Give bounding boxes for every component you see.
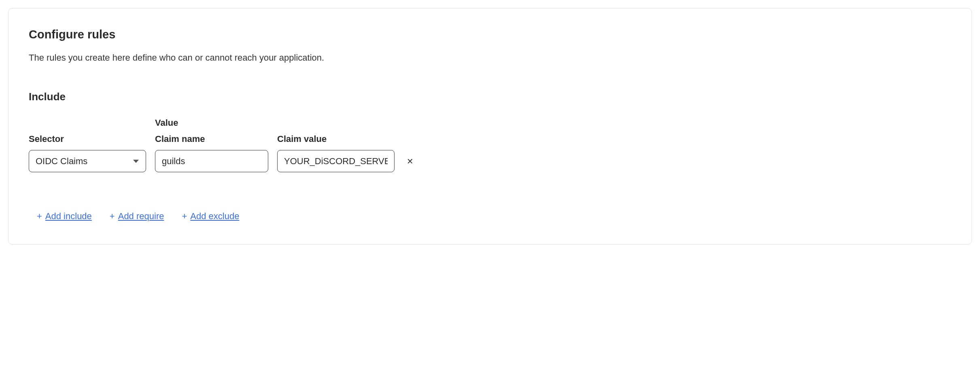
claim-name-input[interactable] xyxy=(155,150,268,172)
plus-icon: + xyxy=(182,211,187,222)
page-description: The rules you create here define who can… xyxy=(29,53,951,63)
add-include-label: Add include xyxy=(45,211,92,222)
value-fields: Claim name Claim value ✕ xyxy=(155,134,418,172)
claim-value-input[interactable] xyxy=(277,150,395,172)
delete-rule-button[interactable]: ✕ xyxy=(402,150,418,172)
claim-value-label: Claim value xyxy=(277,134,395,144)
claim-value-field-group: Claim value xyxy=(277,134,395,172)
rule-row: Selector OIDC Claims Value Claim name Cl… xyxy=(29,118,951,172)
include-section-header: Include xyxy=(29,91,951,103)
plus-icon: + xyxy=(37,211,42,222)
selector-select[interactable]: OIDC Claims xyxy=(29,150,146,172)
configure-rules-card: Configure rules The rules you create her… xyxy=(8,8,972,245)
close-icon: ✕ xyxy=(407,156,414,166)
claim-name-field-group: Claim name xyxy=(155,134,268,172)
selector-field-group: Selector OIDC Claims xyxy=(29,134,146,172)
selector-label: Selector xyxy=(29,134,146,144)
plus-icon: + xyxy=(110,211,115,222)
add-require-label: Add require xyxy=(118,211,164,222)
add-require-button[interactable]: + Add require xyxy=(110,211,164,222)
add-include-button[interactable]: + Add include xyxy=(37,211,92,222)
claim-name-label: Claim name xyxy=(155,134,268,144)
rule-actions: + Add include + Add require + Add exclud… xyxy=(37,211,951,222)
selector-select-wrapper: OIDC Claims xyxy=(29,150,146,172)
add-exclude-label: Add exclude xyxy=(190,211,239,222)
value-label: Value xyxy=(155,118,418,128)
page-title: Configure rules xyxy=(29,28,951,41)
add-exclude-button[interactable]: + Add exclude xyxy=(182,211,239,222)
value-column: Value Claim name Claim value ✕ xyxy=(155,118,418,172)
